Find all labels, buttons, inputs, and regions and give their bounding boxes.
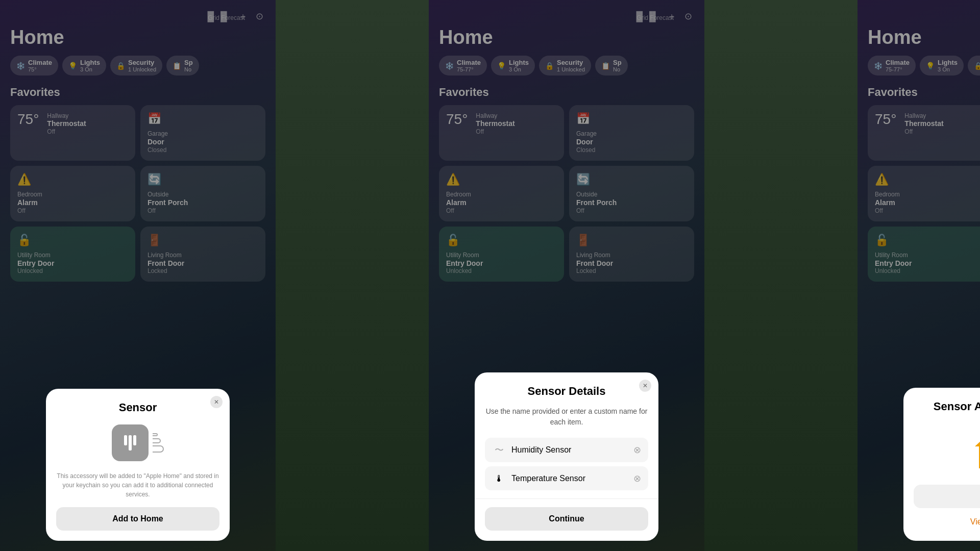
sensor-item-name-0: Humidity Sensor bbox=[511, 445, 628, 455]
sensor-item-remove-0[interactable]: ⊗ bbox=[633, 444, 641, 456]
modal-title: Sensor bbox=[56, 401, 219, 414]
sensor-detail-subtitle: Use the name provided or enter a custom … bbox=[485, 406, 648, 428]
sensor-icon-area bbox=[56, 424, 219, 461]
view-in-home-button[interactable]: View in Home bbox=[914, 513, 980, 531]
phone-panel-panel1: ▐▌▐▌ ＋ ⊙ Grid Forecast Home ❄️ Climate 7… bbox=[0, 0, 276, 551]
sensor-disclaimer: This accessory will be added to "Apple H… bbox=[56, 471, 219, 499]
phone-panel-panel2: ▐▌▐▌ ＋ ⊙ Grid Forecast Home ❄️ Climate 7… bbox=[429, 0, 704, 551]
sensor-bar-1 bbox=[124, 435, 127, 445]
wave-1 bbox=[153, 433, 158, 436]
add-to-home-button[interactable]: Add to Home bbox=[56, 507, 219, 531]
modal-divider bbox=[475, 498, 658, 499]
sensor-item-icon-0: 〜 bbox=[492, 444, 506, 456]
home-icon-area bbox=[914, 423, 980, 474]
continue-button[interactable]: Continue bbox=[485, 507, 648, 531]
sensor-item-name-1: Temperature Sensor bbox=[511, 474, 628, 483]
sensor-bar-3 bbox=[133, 435, 136, 445]
modal-overlay: ✕ Sensor Added to Home bbox=[857, 0, 980, 551]
modal-overlay: ✕ Sensor Details Use the name provided o… bbox=[429, 0, 704, 551]
modal-close-button[interactable]: ✕ bbox=[639, 380, 651, 392]
sensor-device-icon bbox=[112, 424, 164, 461]
home-icon-svg bbox=[970, 423, 980, 474]
sensor-added-modal: ✕ Sensor Added to Home bbox=[903, 388, 980, 541]
panel-spacer-0 bbox=[276, 0, 429, 551]
sensor-item-1: 🌡 Temperature Sensor ⊗ bbox=[485, 466, 648, 490]
modal-title: Sensor Added to Home bbox=[914, 400, 980, 413]
sensor-item-icon-1: 🌡 bbox=[492, 472, 506, 484]
sensor-bar-2 bbox=[129, 435, 132, 450]
done-button[interactable]: Done bbox=[914, 485, 980, 508]
sensor-waves bbox=[153, 433, 164, 453]
wave-2 bbox=[153, 438, 161, 443]
modal-close-button[interactable]: ✕ bbox=[210, 396, 223, 408]
modal-title: Sensor Details bbox=[485, 385, 648, 398]
sensor-item-remove-1[interactable]: ⊗ bbox=[633, 473, 641, 484]
sensor-modal: ✕ Sensor bbox=[46, 389, 230, 541]
svg-marker-0 bbox=[975, 428, 980, 468]
modal-overlay: ✕ Sensor bbox=[0, 0, 276, 551]
phone-panel-panel3: ▐▌▐▌ ＋ ⊙ Grid Forecast Home ❄️ Climate 7… bbox=[857, 0, 980, 551]
sensor-item-0: 〜 Humidity Sensor ⊗ bbox=[485, 438, 648, 462]
sensor-details-modal: ✕ Sensor Details Use the name provided o… bbox=[475, 372, 658, 541]
wave-3 bbox=[153, 445, 164, 453]
sensor-box bbox=[112, 424, 149, 461]
panel-spacer-1 bbox=[704, 0, 857, 551]
